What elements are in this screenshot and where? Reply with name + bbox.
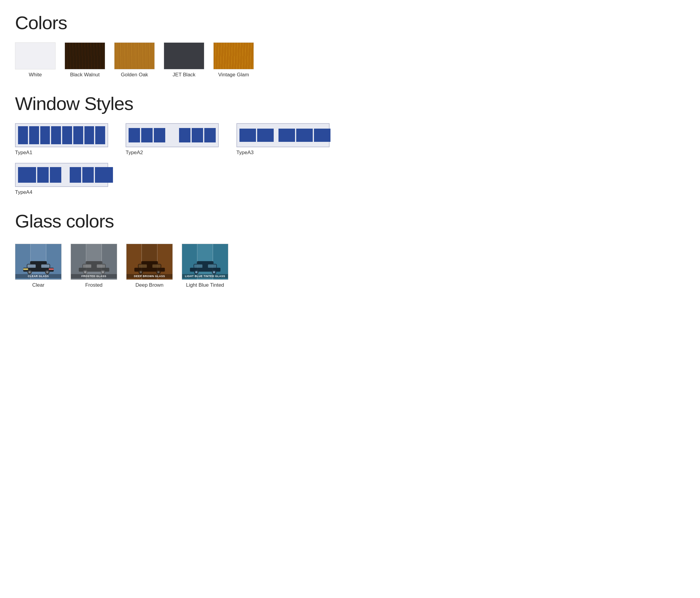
svg-rect-18 (83, 265, 91, 268)
svg-point-33 (195, 271, 197, 273)
typeA3-panes (240, 126, 327, 144)
svg-point-26 (157, 271, 159, 273)
color-item-vintage-glam[interactable]: Vintage Glam (213, 42, 254, 78)
glass-badge-deep-brown: DEEP BROWN GLASS (126, 274, 172, 278)
typeA3-group-left (240, 129, 274, 142)
svg-rect-37 (208, 265, 216, 268)
glass-label-clear: Clear (32, 282, 45, 288)
color-item-golden-oak[interactable]: Golden Oak (114, 42, 155, 78)
car-icon (21, 257, 56, 275)
svg-rect-36 (194, 265, 202, 268)
color-swatches-container: White Black Walnut Golden Oak JET Black … (15, 42, 335, 78)
glass-label-frosted: Frosted (85, 282, 103, 288)
window-frame-typeA1 (15, 123, 108, 147)
pane (154, 128, 165, 143)
svg-rect-13 (85, 261, 102, 265)
glass-item-frosted[interactable]: FROSTED GLASS Frosted (71, 244, 117, 288)
window-label-typeA3: TypeA3 (236, 150, 335, 156)
window-item-typeA4[interactable]: TypeA4 (15, 163, 108, 195)
svg-rect-9 (23, 268, 28, 270)
window-item-typeA3[interactable]: TypeA3 (236, 123, 335, 156)
typeA4-panes (18, 166, 105, 184)
pane (257, 129, 274, 142)
swatch-label-jet-black: JET Black (172, 72, 195, 78)
typeA4-group-left (18, 167, 61, 183)
svg-rect-10 (49, 268, 54, 270)
glass-item-light-blue-tinted[interactable]: LIGHT BLUE TINTED GLASS Light Blue Tinte… (182, 244, 228, 288)
pane (51, 126, 61, 144)
pane-small (82, 167, 94, 183)
pane-large (95, 167, 113, 183)
window-item-typeA2[interactable]: TypeA2 (126, 123, 224, 156)
svg-rect-8 (41, 265, 50, 268)
glass-swatch-frosted: FROSTED GLASS (71, 244, 117, 280)
glass-item-clear[interactable]: CLEAR GLASS Clear (15, 244, 61, 288)
svg-rect-19 (97, 265, 105, 268)
glass-colors-title: Glass colors (15, 210, 335, 232)
svg-rect-27 (139, 265, 147, 268)
pane (18, 126, 28, 144)
svg-rect-7 (27, 265, 36, 268)
glass-swatch-deep-brown: DEEP BROWN GLASS (126, 244, 173, 280)
color-item-white[interactable]: White (15, 42, 56, 78)
pane (296, 129, 313, 142)
svg-rect-28 (152, 265, 161, 268)
glass-badge-clear: CLEAR GLASS (15, 274, 61, 278)
window-frame-typeA4 (15, 163, 108, 187)
swatch-label-golden-oak: Golden Oak (121, 72, 148, 78)
typeA4-group-right (70, 167, 113, 183)
swatch-vintage-glam (213, 42, 254, 69)
pane-small (37, 167, 49, 183)
pane (179, 128, 191, 143)
car-icon (188, 257, 222, 275)
pane (240, 129, 256, 142)
swatch-golden-oak (114, 42, 155, 69)
glass-item-deep-brown[interactable]: DEEP BROWN GLASS Deep Brown (126, 244, 173, 288)
window-grid-row2: TypeA4 (15, 163, 335, 195)
svg-point-35 (213, 271, 215, 273)
window-label-typeA2: TypeA2 (126, 150, 224, 156)
swatch-jet-black (164, 42, 204, 69)
color-item-black-walnut[interactable]: Black Walnut (65, 42, 105, 78)
glass-label-light-blue-tinted: Light Blue Tinted (186, 282, 224, 288)
colors-title: Colors (15, 12, 335, 33)
svg-point-17 (102, 271, 104, 273)
swatch-white (15, 42, 56, 69)
svg-rect-31 (197, 261, 213, 265)
svg-point-4 (28, 271, 30, 273)
pane (141, 128, 153, 143)
pane-large (18, 167, 36, 183)
glass-badge-light-blue-tinted: LIGHT BLUE TINTED GLASS (182, 274, 228, 278)
pane (73, 126, 83, 144)
pane (84, 126, 94, 144)
pane-small (50, 167, 61, 183)
glass-swatch-clear: CLEAR GLASS (15, 244, 61, 280)
svg-rect-22 (141, 261, 158, 265)
window-item-typeA1[interactable]: TypeA1 (15, 123, 114, 156)
pane (62, 126, 72, 144)
color-item-jet-black[interactable]: JET Black (164, 42, 204, 78)
pane (314, 129, 330, 142)
car-icon (132, 257, 167, 275)
swatch-label-black-walnut: Black Walnut (70, 72, 100, 78)
swatch-black-walnut (65, 42, 105, 69)
glass-swatches-container: CLEAR GLASS Clear (15, 244, 335, 288)
pane (129, 128, 140, 143)
svg-point-24 (140, 271, 142, 273)
svg-rect-2 (30, 261, 47, 265)
glass-colors-section: Glass colors (15, 210, 335, 288)
swatch-label-vintage-glam: Vintage Glam (218, 72, 249, 78)
window-styles-section: Window Styles TypeA1 (15, 93, 335, 195)
svg-point-15 (84, 271, 86, 273)
pane (40, 126, 50, 144)
pane (95, 126, 105, 144)
typeA3-group-right (278, 129, 330, 142)
glass-badge-frosted: FROSTED GLASS (71, 274, 117, 278)
typeA2-panes (129, 126, 216, 144)
window-label-typeA1: TypeA1 (15, 150, 114, 156)
window-frame-typeA2 (126, 123, 219, 147)
glass-swatch-light-blue-tinted: LIGHT BLUE TINTED GLASS (182, 244, 228, 280)
pane (192, 128, 203, 143)
pane (29, 126, 39, 144)
window-label-typeA4: TypeA4 (15, 189, 108, 195)
